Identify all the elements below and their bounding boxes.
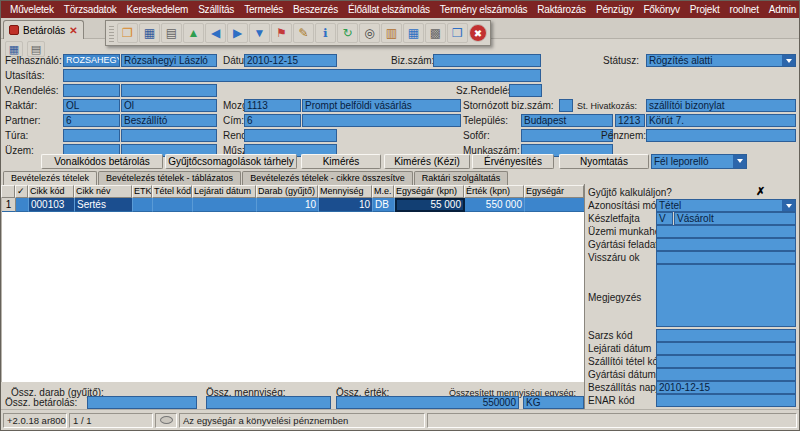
bookmark-icon[interactable]: ⚑	[271, 23, 292, 43]
nyomtatas-button[interactable]: Nyomtatás	[559, 154, 649, 169]
raktar-code-field[interactable]: OL	[63, 99, 120, 112]
cell-egysegar-kpn[interactable]: 55 000	[395, 198, 465, 212]
cell-mennyiseg[interactable]: 10	[319, 198, 373, 212]
menu-penzugy[interactable]: Pénzügy	[591, 1, 639, 18]
gyujto-checkbox[interactable]: ✗	[756, 185, 765, 198]
iranyitoszam-field[interactable]: 1213	[615, 114, 645, 127]
info-icon[interactable]: ℹ	[315, 23, 336, 43]
kimeres-button[interactable]: Kimérés	[301, 154, 381, 169]
menu-muveletek[interactable]: Műveletek	[5, 1, 59, 18]
edit-icon[interactable]: ✎	[293, 23, 314, 43]
tab-bevetelezes-tetelek[interactable]: Bevételezés tételek	[3, 171, 97, 185]
menu-fokonyv[interactable]: Főkönyv	[638, 1, 684, 18]
cim-code-field[interactable]: 6	[244, 114, 301, 127]
chart-icon[interactable]: ▥	[381, 23, 402, 43]
cim-name-field[interactable]	[302, 114, 461, 127]
statusz-combo[interactable]: Rögzítés alatti	[646, 54, 796, 67]
tab-bevetelezes-cikkre[interactable]: Bevételezés tételek - cikkre összesítve	[242, 171, 413, 185]
cell-tetel-kod[interactable]	[153, 198, 193, 212]
col-me[interactable]: M.e.	[372, 185, 394, 198]
vrendeles-code-field[interactable]	[63, 84, 120, 97]
tab-betarolas[interactable]: Betárolás ✕	[3, 20, 84, 39]
hivatkozas-field[interactable]: szállítói bizonylat	[646, 99, 796, 112]
keszletfajta-code-field[interactable]: V	[656, 212, 673, 225]
felhasznalo-name-field[interactable]: Rózsahegyi László	[121, 54, 217, 67]
chevron-down-icon[interactable]	[733, 155, 746, 168]
close-tab-icon[interactable]: ✕	[69, 25, 77, 36]
stornozott-field[interactable]	[559, 99, 573, 112]
refresh-icon[interactable]: ↻	[337, 23, 358, 43]
partner-code-field[interactable]: 6	[63, 114, 120, 127]
partner-name-field[interactable]: Beszállító	[121, 114, 217, 127]
down-arrow-icon[interactable]: ▼	[249, 23, 270, 43]
mozgasnem-code-field[interactable]: 1113	[244, 99, 301, 112]
sofor-field[interactable]	[521, 129, 613, 142]
cell-cikk-nev[interactable]: Sertés	[75, 198, 133, 212]
print-format-combo[interactable]: Fél leporelló	[651, 154, 747, 169]
col-ertek-kpn[interactable]: Érték (kpn)	[464, 185, 524, 198]
bizszam-field[interactable]	[433, 54, 541, 67]
ossz-mennyiseg-field[interactable]	[206, 396, 331, 409]
uzemi-munkahely-field[interactable]	[656, 225, 796, 238]
col-mennyiseg[interactable]: Mennyiség	[318, 185, 372, 198]
azonositasi-mod-combo[interactable]: Tétel	[656, 199, 796, 212]
penznem-field[interactable]	[646, 129, 796, 142]
col-tetel-kod[interactable]: Tétel kód	[152, 185, 192, 198]
menu-admin[interactable]: Admin	[764, 1, 800, 18]
col-etk[interactable]: ETK	[132, 185, 152, 198]
menu-beszerzes[interactable]: Beszerzés	[288, 1, 343, 18]
menu-projekt[interactable]: Projekt	[685, 1, 725, 18]
search-icon[interactable]: ◎	[359, 23, 380, 43]
window-icon[interactable]: ❒	[447, 23, 468, 43]
keszletfajta-name-field[interactable]: Vásárolt	[674, 212, 796, 225]
menu-eloallat-elszamolas[interactable]: Élőállat elszámolás	[343, 1, 435, 18]
visszaru-ok-field[interactable]	[656, 251, 796, 264]
table-row[interactable]: 1 000103 Sertés 10 10 DB 55 000 550 000	[2, 198, 584, 212]
tab-raktari-szolgaltatas[interactable]: Raktári szolgáltatás	[414, 171, 509, 185]
cell-cikk-kod[interactable]: 000103	[29, 198, 75, 212]
gyartasi-feladat-field[interactable]	[656, 238, 796, 251]
gyujtocsomagolasok-tarhely-button[interactable]: Gyűjtőcsomagolások tárhely	[165, 154, 297, 169]
cell-check[interactable]	[16, 198, 29, 212]
col-cikk-nev[interactable]: Cikk név	[74, 185, 132, 198]
menu-szallitas[interactable]: Szállítás	[193, 1, 239, 18]
szallitoi-tetel-kod-field[interactable]	[656, 355, 796, 368]
ervenyesites-button[interactable]: Érvényesítés	[472, 154, 554, 169]
forward-icon[interactable]: ▶	[227, 23, 248, 43]
back-icon[interactable]: ◀	[205, 23, 226, 43]
cell-egysegar[interactable]	[525, 198, 585, 212]
raktar-name-field[interactable]: Ól	[121, 99, 217, 112]
rendszam-field[interactable]	[244, 129, 337, 142]
chevron-down-icon[interactable]	[782, 200, 795, 211]
felhasznalo-code-field[interactable]: ROZSAHEGYIL	[63, 54, 120, 67]
col-darab[interactable]: Darab (gyűjtő)	[256, 185, 318, 198]
menu-roolnet[interactable]: roolnet	[725, 1, 764, 18]
tura-code-field[interactable]	[63, 129, 120, 142]
vrendeles-name-field[interactable]	[121, 84, 217, 97]
beszallitas-napja-field[interactable]: 2010-12-15	[656, 381, 796, 394]
cell-me[interactable]: DB	[373, 198, 395, 212]
lejarati-datum-field[interactable]	[656, 342, 796, 355]
kimeres-kezi-button[interactable]: Kimérés (Kézi)	[384, 154, 470, 169]
vonalkodos-betarolas-button[interactable]: Vonalkódos betárolás	[41, 154, 163, 169]
col-lejarati-datum[interactable]: Lejárati dátum	[192, 185, 256, 198]
mennyisegi-egyseg-field[interactable]: KG	[523, 396, 584, 409]
save-icon[interactable]: ▦	[139, 23, 160, 43]
megjegyzes-field[interactable]	[656, 264, 796, 327]
cell-lejarati-datum[interactable]	[193, 198, 257, 212]
menu-termeny-elszamolas[interactable]: Termény elszámolás	[435, 1, 533, 18]
cell-etk[interactable]	[133, 198, 153, 212]
datum-field[interactable]: 2010-12-15	[244, 54, 337, 67]
col-check[interactable]: ✓	[15, 185, 28, 198]
mozgasnem-name-field[interactable]: Prompt belföldi vásárlás	[302, 99, 461, 112]
telepules-field[interactable]: Budapest	[521, 114, 613, 127]
tab-bevetelezes-tablazatos[interactable]: Bevételezés tételek - táblázatos	[98, 171, 241, 185]
menu-termeles[interactable]: Termelés	[239, 1, 288, 18]
utasitas-field[interactable]	[63, 69, 541, 82]
utca-field[interactable]: Körút 7.	[646, 114, 796, 127]
calculator-icon[interactable]: ▩	[425, 23, 446, 43]
menu-raktarozas[interactable]: Raktározás	[532, 1, 591, 18]
tura-name-field[interactable]	[121, 129, 217, 142]
exit-icon[interactable]: ✖	[469, 24, 487, 42]
print-icon[interactable]: ▤	[161, 23, 182, 43]
